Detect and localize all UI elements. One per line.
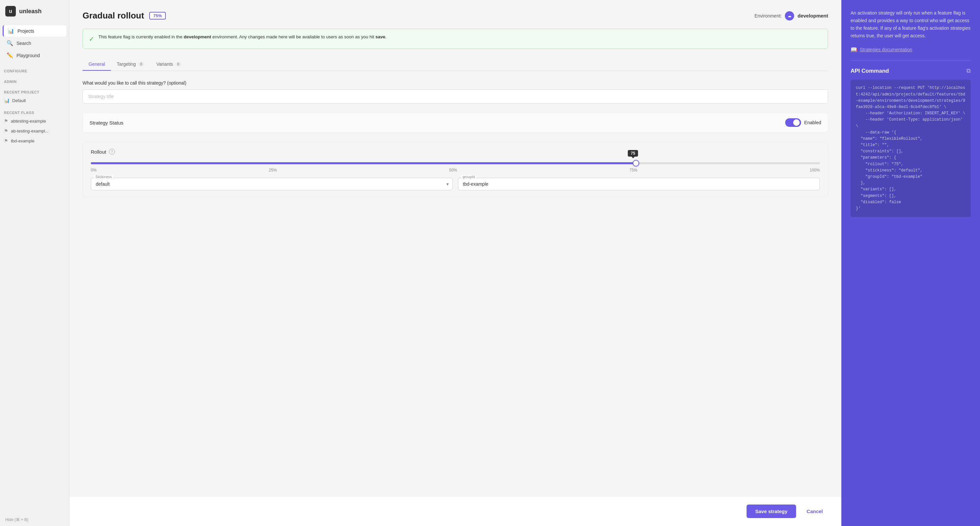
tab-general[interactable]: General xyxy=(83,58,111,71)
recent-flag-name-1: abtesting-example xyxy=(11,119,46,124)
recent-project-name: Default xyxy=(12,98,26,103)
alert-text: This feature flag is currently enabled i… xyxy=(99,34,387,40)
slider-label-75: 75% xyxy=(629,168,637,172)
recent-flag-2[interactable]: ⚑ ab-testing-exampl... xyxy=(0,126,69,136)
sidebar-item-label-playground: Playground xyxy=(16,53,40,58)
sidebar-logo[interactable]: u unleash xyxy=(0,0,69,22)
slider-container: 75 xyxy=(91,160,820,165)
api-command-header: API Command ⧉ xyxy=(851,67,971,74)
recent-project-label: Recent project xyxy=(0,85,69,96)
stickiness-group: Stickiness default sessionId userId ▾ xyxy=(91,178,453,190)
tab-targeting-label: Targeting xyxy=(117,61,136,67)
page-header: Gradual rollout 75% Environment: ☁ devel… xyxy=(83,11,828,21)
strategies-doc-label: Strategies documentation xyxy=(860,47,912,52)
rollout-header: Rollout ? xyxy=(91,149,820,155)
tab-variants-badge: 0 xyxy=(175,62,181,66)
cancel-button[interactable]: Cancel xyxy=(801,505,828,518)
main-scroll-area: Gradual rollout 75% Environment: ☁ devel… xyxy=(69,0,841,496)
api-command-title: API Command xyxy=(851,68,889,74)
strategy-title-form-label: What would you like to call this strateg… xyxy=(83,80,828,86)
strategies-doc-link[interactable]: 📖 Strategies documentation xyxy=(851,46,971,53)
sidebar-item-label-projects: Projects xyxy=(18,29,34,34)
sidebar: u unleash 📊 Projects 🔍 Search ✏️ Playgro… xyxy=(0,0,69,526)
recent-project-item[interactable]: 📊 Default xyxy=(0,96,69,105)
strategy-toggle[interactable] xyxy=(785,118,801,127)
unleash-logo-icon: u xyxy=(5,6,16,16)
tab-targeting[interactable]: Targeting 0 xyxy=(111,58,151,71)
flag-icon-1: ⚑ xyxy=(4,118,8,124)
strategy-title-input[interactable] xyxy=(83,89,828,104)
stickiness-select[interactable]: default sessionId userId xyxy=(91,178,453,190)
footer: Save strategy Cancel xyxy=(69,496,841,526)
slider-label-100: 100% xyxy=(810,168,820,172)
projects-icon: 📊 xyxy=(8,28,14,34)
toggle-knob xyxy=(793,119,800,126)
project-icon: 📊 xyxy=(4,98,10,103)
slider-label-50: 50% xyxy=(449,168,457,172)
tab-targeting-badge: 0 xyxy=(138,62,144,66)
copy-icon[interactable]: ⧉ xyxy=(966,67,971,74)
tab-general-label: General xyxy=(89,61,105,67)
environment-icon: ☁ xyxy=(785,11,794,21)
recent-flag-name-3: tbd-example xyxy=(11,139,35,143)
stickiness-select-wrapper: default sessionId userId ▾ xyxy=(91,178,453,190)
tab-variants-label: Variants xyxy=(156,61,173,67)
form-row: Stickiness default sessionId userId ▾ xyxy=(91,178,820,190)
app-name: unleash xyxy=(19,8,41,15)
tab-variants[interactable]: Variants 0 xyxy=(151,58,188,71)
slider-label-25: 25% xyxy=(269,168,277,172)
group-id-group: groupId xyxy=(458,178,820,190)
environment-name: development xyxy=(797,13,828,19)
admin-section-label: Admin xyxy=(0,74,69,85)
right-panel: An activation strategy will only run whe… xyxy=(841,0,980,526)
hide-shortcut[interactable]: Hide (⌘ + B) xyxy=(0,513,69,526)
stickiness-label: Stickiness xyxy=(94,175,113,179)
sidebar-item-playground[interactable]: ✏️ Playground xyxy=(3,49,66,61)
strategy-status-row: Strategy Status Enabled xyxy=(83,113,828,132)
group-id-input[interactable] xyxy=(458,178,820,190)
rollout-label: Rollout xyxy=(91,149,106,155)
rollout-slider[interactable] xyxy=(91,162,820,164)
flag-icon-2: ⚑ xyxy=(4,128,8,134)
book-icon: 📖 xyxy=(851,46,857,53)
toggle-group: Enabled xyxy=(785,118,821,127)
alert-banner: ✓ This feature flag is currently enabled… xyxy=(83,29,828,49)
rollout-badge: 75% xyxy=(149,12,166,19)
slider-labels: 0% 25% 50% 75% 100% xyxy=(91,168,820,172)
group-id-label: groupId xyxy=(461,175,476,179)
recent-flag-3[interactable]: ⚑ tbd-example xyxy=(0,136,69,146)
playground-icon: ✏️ xyxy=(6,52,13,59)
check-icon: ✓ xyxy=(89,34,94,44)
recent-flag-name-2: ab-testing-exampl... xyxy=(11,129,49,134)
environment-section: Environment: ☁ development xyxy=(754,11,828,21)
tabs-container: General Targeting 0 Variants 0 xyxy=(83,58,828,71)
sidebar-item-label-search: Search xyxy=(16,41,31,46)
strategy-title-section: What would you like to call this strateg… xyxy=(83,80,828,113)
toggle-state-label: Enabled xyxy=(804,120,821,125)
sidebar-item-projects[interactable]: 📊 Projects xyxy=(3,25,66,37)
api-code-block: curl --location --request PUT 'http://lo… xyxy=(851,80,971,217)
search-icon: 🔍 xyxy=(6,40,13,46)
sidebar-item-search[interactable]: 🔍 Search xyxy=(3,37,66,49)
sidebar-nav: 📊 Projects 🔍 Search ✏️ Playground xyxy=(0,22,69,64)
right-panel-description: An activation strategy will only run whe… xyxy=(851,9,971,40)
slider-label-0: 0% xyxy=(91,168,96,172)
configure-section-label: Configure xyxy=(0,64,69,74)
slider-tooltip: 75 xyxy=(628,150,638,156)
flag-icon-3: ⚑ xyxy=(4,138,8,143)
strategy-status-label: Strategy Status xyxy=(89,120,124,126)
recent-flags-label: Recent flags xyxy=(0,105,69,116)
main-content: Gradual rollout 75% Environment: ☁ devel… xyxy=(69,0,841,526)
page-title: Gradual rollout xyxy=(83,11,144,21)
rollout-section: Rollout ? 75 0% 25% 50% 75% 100% xyxy=(83,142,828,197)
save-strategy-button[interactable]: Save strategy xyxy=(746,505,796,518)
environment-label: Environment: xyxy=(754,13,781,19)
panel-divider xyxy=(851,61,971,61)
help-icon[interactable]: ? xyxy=(109,149,115,155)
recent-flag-1[interactable]: ⚑ abtesting-example xyxy=(0,116,69,126)
